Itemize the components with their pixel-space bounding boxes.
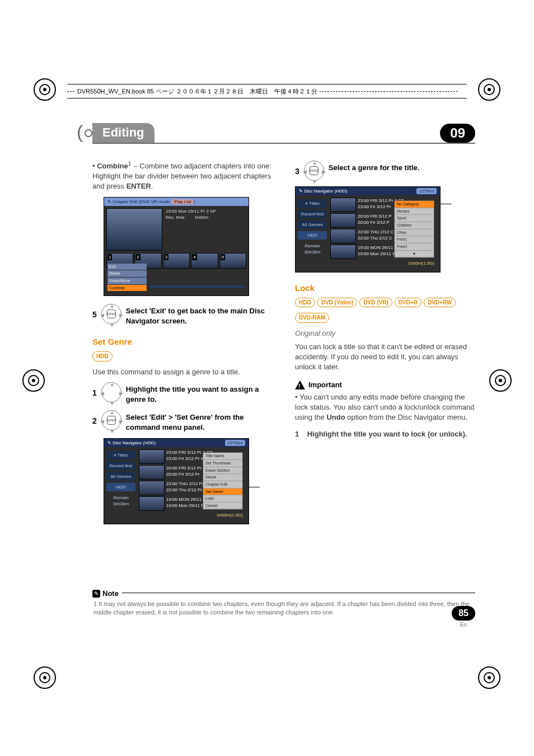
lock-undo-bullet: You can't undo any edits made before cha…: [295, 392, 475, 422]
align-mark: [489, 369, 512, 392]
setgenre-step-1: 1 ▲▼◀▶ Highlight the title you want to a…: [92, 381, 273, 405]
screenshot-disc-nav-1: ✎ Disc Navigator (HDD)10Titles 4 Titles …: [104, 438, 249, 524]
screenshot-disc-nav-2: ✎ Disc Navigator (HDD)10Titles 4 Titles …: [295, 186, 441, 273]
align-mark: [34, 666, 56, 689]
page-lang: En: [452, 622, 475, 628]
enter-dpad-icon: ENTER▲▼◀▶: [101, 410, 121, 430]
align-mark: [478, 78, 500, 101]
lock-format-pills-2: DVD-RAM: [295, 313, 475, 323]
setgenre-step-3: 3 ENTER▲▼◀▶ Select a genre for the title…: [295, 159, 475, 181]
dpad-icon: ▲▼◀▶: [101, 382, 121, 402]
lock-step-1: 1 Highlight the title you want to lock (…: [295, 429, 475, 439]
page-number-block: 85 En: [452, 606, 475, 628]
warning-icon: !: [295, 381, 305, 389]
note-rule: [92, 593, 475, 593]
book-header-text: DVR550H_WV_EN.book 85 ページ ２００６年１２月２８日 木曜…: [75, 87, 320, 96]
important-heading: ! Important: [295, 380, 475, 390]
right-column: 3 ENTER▲▼◀▶ Select a genre for the title…: [295, 159, 475, 531]
align-mark: [478, 666, 500, 689]
combine-bullet: Combine1 – Combine two adjacent chapters…: [92, 159, 273, 191]
setgenre-step-2: 2 ENTER▲▼◀▶ Select 'Edit' > 'Set Genre' …: [92, 409, 273, 433]
note-heading: ✎ Note: [92, 589, 122, 598]
lock-format-pills: HDD DVD (Video) DVD (VR) DVD+R DVD+RW: [295, 298, 475, 308]
book-header-strip: DVR550H_WV_EN.book 85 ページ ２００６年１２月２８日 木曜…: [67, 84, 467, 98]
set-genre-desc: Use this command to assign a genre to a …: [92, 367, 273, 377]
original-only: Original only: [295, 328, 475, 339]
preview-thumb: [106, 208, 162, 251]
note-body: 1 It may not always be possible to combi…: [92, 600, 475, 617]
enter-dpad-icon: ENTER▲▼◀▶: [101, 304, 121, 324]
left-column: Combine1 – Combine two adjacent chapters…: [92, 159, 273, 531]
chapter-number: 09: [440, 124, 475, 143]
align-mark: [22, 369, 45, 392]
screenshot-chapter-edit: ✎ Chapter Edit (DVD VR mode Play List) 1…: [104, 197, 249, 296]
set-genre-heading: Set Genre: [92, 336, 273, 348]
lock-desc: You can lock a title so that it can't be…: [295, 342, 475, 372]
hdd-pill: HDD: [92, 351, 113, 361]
step-5: 5 ENTER▲▼◀▶ Select 'Exit' to get back to…: [92, 303, 273, 326]
chapter-header: (Editing 09: [92, 123, 475, 144]
note-icon: ✎: [92, 590, 100, 598]
page-number: 85: [452, 606, 475, 621]
lock-heading: Lock: [295, 283, 475, 294]
chapter-title: (Editing: [92, 123, 154, 143]
enter-dpad-icon: ENTER▲▼◀▶: [304, 161, 324, 181]
align-mark: [34, 78, 56, 101]
